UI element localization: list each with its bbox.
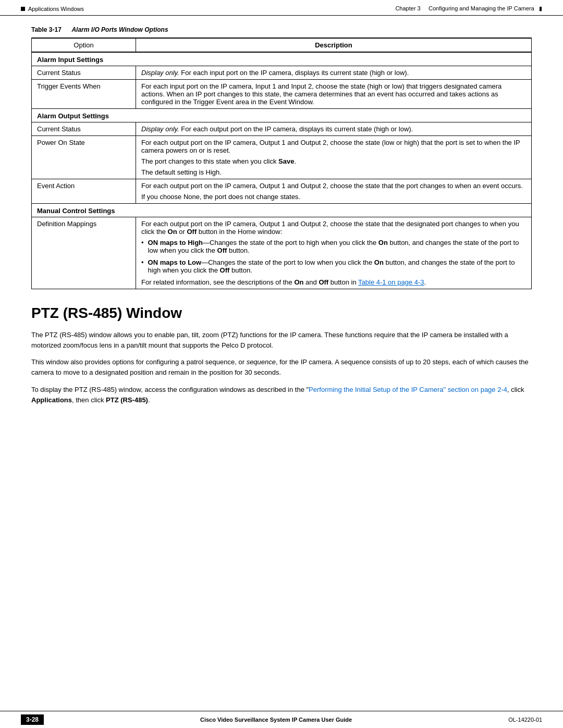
bullet-icon xyxy=(21,7,25,11)
desc-italic: Display only. xyxy=(141,69,179,77)
section-alarm-input-label: Alarm Input Settings xyxy=(32,52,532,66)
footer-doc-title: Cisco Video Surveillance System IP Camer… xyxy=(200,717,352,723)
page-footer: 3-28 Cisco Video Surveillance System IP … xyxy=(0,711,563,728)
ptz-section: PTZ (RS-485) Window The PTZ (RS-485) win… xyxy=(31,305,532,405)
col-header-description: Description xyxy=(136,38,532,52)
section-alarm-output-label: Alarm Output Settings xyxy=(32,109,532,122)
table-caption-text: Alarm I/O Ports Window Options xyxy=(71,26,168,33)
section-alarm-output: Alarm Output Settings xyxy=(32,109,532,122)
ptz-body: The PTZ (RS-485) window allows you to en… xyxy=(31,330,532,405)
list-item-text: ON maps to Low—Changes the state of the … xyxy=(148,258,526,274)
chapter-label: Chapter 3 xyxy=(395,5,420,11)
section-manual-control: Manual Control Settings xyxy=(32,204,532,217)
table-number: Table 3-17 xyxy=(31,26,62,33)
header-right: Chapter 3 Configuring and Managing the I… xyxy=(395,5,542,12)
list-item: ON maps to High—Changes the state of the… xyxy=(141,239,526,254)
header-left: Applications Windows xyxy=(21,6,84,12)
desc-definition-mappings: For each output port on the IP camera, O… xyxy=(136,217,532,289)
col-header-option: Option xyxy=(32,38,136,52)
table-row: Current Status Display only. For each in… xyxy=(32,66,532,80)
list-item-text: ON maps to High—Changes the state of the… xyxy=(148,239,526,254)
ptz-para3: To display the PTZ (RS-485) window, acce… xyxy=(31,385,532,405)
desc-current-status-output: Display only. For each output port on th… xyxy=(136,122,532,136)
bullet-list: ON maps to High—Changes the state of the… xyxy=(141,239,526,274)
options-table: Option Description Alarm Input Settings … xyxy=(31,38,532,289)
page-header: Applications Windows Chapter 3 Configuri… xyxy=(0,0,563,16)
option-current-status-output: Current Status xyxy=(32,122,136,136)
list-item: ON maps to Low—Changes the state of the … xyxy=(141,258,526,274)
chapter-title: Configuring and Managing the IP Camera xyxy=(429,5,534,11)
option-trigger-events: Trigger Events When xyxy=(32,80,136,109)
table-link[interactable]: Table 4-1 on page 4-3 xyxy=(358,278,424,286)
option-event-action: Event Action xyxy=(32,179,136,204)
table-row: Definition Mappings For each output port… xyxy=(32,217,532,289)
table-row: Trigger Events When For each input port … xyxy=(32,80,532,109)
ptz-link[interactable]: Performing the Initial Setup of the IP C… xyxy=(309,386,507,393)
desc-event-action: For each output port on the IP camera, O… xyxy=(136,179,532,204)
ptz-para2: This window also provides options for co… xyxy=(31,357,532,378)
footer-doc-num: OL-14220-01 xyxy=(508,717,542,723)
ptz-para1: The PTZ (RS-485) window allows you to en… xyxy=(31,330,532,351)
table-header-row: Option Description xyxy=(32,38,532,52)
desc-italic: Display only. xyxy=(141,125,179,133)
ptz-title: PTZ (RS-485) Window xyxy=(31,305,532,322)
table-row: Power On State For each output port on t… xyxy=(32,136,532,179)
section-manual-control-label: Manual Control Settings xyxy=(32,204,532,217)
table-row: Event Action For each output port on the… xyxy=(32,179,532,204)
option-definition-mappings: Definition Mappings xyxy=(32,217,136,289)
desc-current-status-input: Display only. For each input port on the… xyxy=(136,66,532,80)
option-current-status-input: Current Status xyxy=(32,66,136,80)
desc-trigger-events: For each input port on the IP camera, In… xyxy=(136,80,532,109)
table-caption: Table 3-17 Alarm I/O Ports Window Option… xyxy=(31,26,532,33)
option-power-on-state: Power On State xyxy=(32,136,136,179)
section-label: Applications Windows xyxy=(28,6,84,12)
page-number: 3-28 xyxy=(21,714,44,725)
desc-power-on-state: For each output port on the IP camera, O… xyxy=(136,136,532,179)
section-alarm-input: Alarm Input Settings xyxy=(32,52,532,66)
table-row: Current Status Display only. For each ou… xyxy=(32,122,532,136)
main-content: Table 3-17 Alarm I/O Ports Window Option… xyxy=(0,16,563,422)
